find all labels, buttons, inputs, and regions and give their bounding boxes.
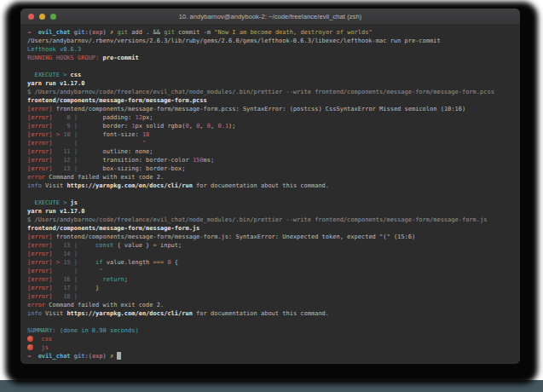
text-segment: frontend/components/message-form/message…	[53, 233, 416, 240]
terminal-line: [error] 8 | padding: 12px;	[27, 113, 513, 122]
text-segment: [error]	[27, 114, 53, 121]
text-segment: git:(	[74, 29, 92, 36]
text-segment	[81, 242, 95, 249]
text-segment: evil_chat	[38, 353, 71, 360]
text-segment: Visit	[42, 182, 67, 189]
text-segment: 15 |	[60, 259, 81, 266]
terminal-body[interactable]: → evil_chat git:(exp) ✗ git add . && git…	[20, 26, 520, 363]
text-segment: 0.1	[217, 123, 228, 130]
text-segment: Command failed with exit code 2.	[45, 174, 164, 181]
text-segment: 150	[193, 157, 204, 164]
text-segment: [error]	[27, 106, 53, 112]
terminal-line: → evil_chat git:(exp) ✗	[27, 352, 513, 360]
text-segment: →	[27, 29, 38, 36]
text-segment: if	[95, 259, 102, 266]
text-segment: EXECUTE >	[27, 199, 71, 206]
text-segment: Visit	[42, 310, 67, 317]
terminal-line: $ /Users/andybarnov/code/freelance/evil_…	[27, 216, 513, 224]
terminal-line: [error] 9 | border: 1px solid rgba(0, 0,…	[27, 122, 513, 130]
text-segment: ^	[81, 140, 146, 147]
text-segment: [error]	[27, 251, 53, 257]
text-segment: 8 |	[53, 114, 82, 121]
text-segment: transition: border-color	[81, 157, 193, 164]
terminal-line: → evil_chat git:(exp) ✗ git add . && git…	[27, 28, 513, 37]
terminal-line: [error] 13 | const { value } = input;	[27, 241, 513, 250]
terminal-line: js	[27, 343, 513, 352]
text-segment: |	[53, 140, 82, 147]
terminal-line	[27, 190, 513, 199]
terminal-cursor	[117, 352, 121, 360]
text-segment: for documentation about this command.	[193, 182, 329, 189]
text-segment: info	[27, 310, 42, 317]
text-segment: exp	[92, 353, 103, 360]
text-segment: const	[95, 242, 113, 249]
titlebar[interactable]: 10. andybarnov@andybook-2: ~/code/freela…	[20, 9, 520, 26]
text-segment: [error]	[27, 259, 53, 266]
text-segment: frontend/components/message-form/message…	[27, 225, 199, 232]
text-segment: →	[27, 353, 38, 360]
text-segment: 13 |	[53, 165, 82, 172]
text-segment: 14 |	[53, 251, 78, 257]
terminal-line: Lefthook v0.6.3	[27, 45, 513, 54]
text-segment: [error]	[27, 131, 53, 138]
terminal-line: yarn run v1.17.0	[27, 207, 513, 216]
terminal-line: $ /Users/andybarnov/code/freelance/evil_…	[27, 88, 513, 96]
text-segment: ===	[153, 259, 165, 266]
terminal-line: [error] 12 | transition: border-color 15…	[27, 156, 513, 164]
yarn-docs-link[interactable]: https://yarnpkg.com/en/docs/cli/run	[66, 182, 193, 189]
terminal-line: EXECUTE > css	[27, 71, 513, 79]
terminal-line: [error] 17 | }	[27, 284, 513, 292]
text-segment: yarn run v1.17.0	[27, 80, 84, 87]
text-segment: info	[27, 182, 42, 189]
terminal-line: RUNNING HOOKS GROUP: pre-commit	[27, 54, 513, 62]
yarn-docs-link[interactable]: https://yarnpkg.com/en/docs/cli/run	[66, 310, 193, 317]
text-segment: $ /Users/andybarnov/code/freelance/evil_…	[27, 216, 487, 223]
terminal-line: [error] 14 |	[27, 250, 513, 258]
text-segment: [error]	[27, 148, 53, 155]
punch-icon	[27, 336, 33, 342]
text-segment: "Now I am become death, destroyer of wor…	[214, 29, 372, 36]
terminal-line: css	[27, 335, 513, 343]
text-segment: EXECUTE >	[27, 72, 71, 78]
terminal-line: [error] 16 | return;	[27, 275, 513, 284]
terminal-line: [error] | ^	[27, 139, 513, 147]
text-segment: error	[27, 302, 45, 308]
text-segment: );	[228, 123, 235, 130]
text-segment: git:(	[74, 353, 92, 360]
text-segment: commit -m	[175, 29, 214, 36]
text-segment: for documentation about this command.	[193, 310, 329, 317]
text-segment: git	[164, 29, 175, 36]
text-segment: Lefthook v0.6.3	[27, 46, 81, 53]
terminal-line: [error] | ^	[27, 267, 513, 275]
window-title: 10. andybarnov@andybook-2: ~/code/freela…	[20, 13, 520, 20]
text-segment: frontend/components/message-form/message…	[27, 97, 207, 104]
text-segment: [error]	[27, 123, 53, 130]
text-segment: box-sizing: border-box;	[81, 165, 185, 172]
terminal-line: frontend/components/message-form/message…	[27, 96, 513, 105]
text-segment: 9 |	[53, 123, 82, 130]
text-segment: }	[81, 285, 99, 291]
terminal-line: frontend/components/message-form/message…	[27, 224, 513, 233]
text-segment: [error]	[27, 157, 53, 164]
text-segment: exp	[92, 29, 103, 36]
text-segment: frontend/components/message-form/message…	[53, 106, 466, 112]
terminal-line: EXECUTE > js	[27, 199, 513, 207]
terminal-line: info Visit https://yarnpkg.com/en/docs/c…	[27, 182, 513, 190]
text-segment: css	[34, 336, 52, 343]
text-segment: return	[103, 276, 124, 283]
text-segment: css	[71, 72, 82, 78]
terminal-line: [error] > 10 | font-size: 18	[27, 130, 513, 139]
text-segment: 12 |	[53, 157, 82, 164]
text-segment: input;	[157, 242, 182, 249]
text-segment: ms;	[204, 157, 215, 164]
text-segment: [error]	[27, 268, 53, 274]
terminal-line: [error] 13 | box-sizing: border-box;	[27, 164, 513, 173]
text-segment: add . &&	[128, 29, 164, 36]
terminal-line: [error] frontend/components/message-form…	[27, 105, 513, 113]
text-segment: {	[171, 259, 178, 266]
terminal-line: [error] frontend/components/message-form…	[27, 233, 513, 241]
text-segment: yarn run v1.17.0	[27, 208, 84, 215]
text-segment: { value }	[113, 242, 153, 249]
text-segment: border:	[81, 123, 131, 130]
text-segment: 13 |	[53, 242, 82, 249]
